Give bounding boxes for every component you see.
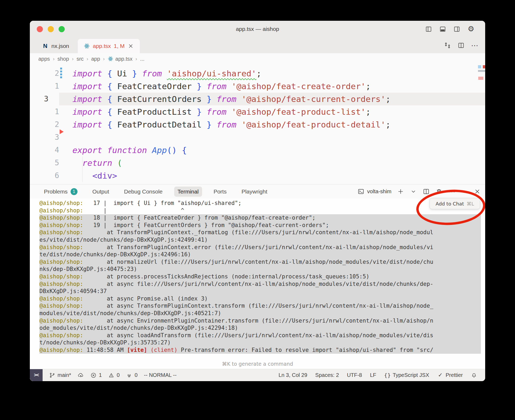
gutter-marker [59, 80, 64, 93]
maximize-window-button[interactable] [59, 26, 65, 32]
gutter-marker [59, 131, 64, 144]
status-vim-mode[interactable]: -- NORMAL -- [144, 372, 177, 378]
code-text: import { Ui } from 'aishop/ui-shared'; [64, 67, 485, 80]
tab-label: app.tsx [93, 43, 111, 49]
status-branch[interactable]: main* [49, 372, 71, 378]
window-title: app.tsx — aishop [30, 26, 485, 32]
breadcrumb-item-apps[interactable]: apps [38, 56, 50, 62]
breadcrumb-label: src [76, 56, 84, 62]
terminal-more-button[interactable]: ⋯ [448, 188, 455, 195]
panel-bottom-button[interactable] [439, 26, 446, 33]
minimize-window-button[interactable] [48, 26, 54, 32]
status-encoding-label: UTF-8 [347, 372, 362, 378]
gutter-marker [59, 157, 64, 169]
panel-tab-output[interactable]: Output [89, 187, 113, 197]
line-number: 2 [30, 118, 59, 131]
terminal-split-editor-button[interactable] [423, 188, 430, 195]
status-language-mode[interactable]: {}TypeScript JSX [384, 372, 429, 378]
code-line[interactable]: 6 <div> [30, 169, 485, 182]
bell-icon [471, 372, 477, 378]
tab-nx.json[interactable]: Nnx.json [36, 39, 75, 53]
terminal-project-prefix: @aishop/shop: [39, 332, 83, 339]
split-editor-button[interactable] [457, 42, 465, 49]
terminal-chevron-up-button[interactable] [461, 188, 468, 195]
tab-app.tsx[interactable]: app.tsx1, M [78, 39, 140, 53]
breadcrumb-label: app.tsx [115, 56, 132, 62]
breadcrumb: apps›shop›src›app›app.tsx›... [30, 53, 485, 64]
code-line[interactable]: 2import { FeatProductDetail } from '@ais… [30, 118, 485, 131]
terminal-row: @aishop/shop: 11:48:58 AM [vite] (client… [39, 347, 481, 354]
breadcrumb-item-app[interactable]: app [91, 56, 100, 62]
breadcrumb-separator: › [87, 56, 88, 62]
code-editor[interactable]: 2import { Ui } from 'aishop/ui-shared';1… [30, 64, 485, 184]
status-formatter-label: Prettier [446, 372, 463, 378]
breadcrumb-item-app.tsx[interactable]: app.tsx [108, 56, 132, 62]
status-ports[interactable]: 0 [126, 372, 137, 378]
add-to-chat-tooltip[interactable]: Add to Chat ⌘L [430, 198, 480, 209]
terminal-row: @aishop/shop: at TransformPluginContext.… [39, 229, 481, 236]
terminal-icon [357, 188, 365, 195]
code-line[interactable]: 4export function App() { [30, 144, 485, 157]
terminal-project-prefix: @aishop/shop: [39, 200, 83, 206]
titlebar: app.tsx — aishop ⚙ [30, 21, 485, 37]
code-line[interactable]: 1import { FeatProductList } from '@aisho… [30, 105, 485, 118]
cloud-upload-icon [77, 372, 84, 378]
status-notifications[interactable] [471, 372, 477, 378]
chevron-down-icon [410, 188, 417, 195]
panel-tab-ports[interactable]: Ports [210, 187, 230, 197]
breadcrumb-item-shop[interactable]: shop [58, 56, 69, 62]
terminal-instance[interactable]: volta-shim [357, 188, 391, 195]
code-line[interactable]: 1import { FeatCreateOrder } from '@aisho… [30, 80, 485, 93]
panel-tab-playwright[interactable]: Playwright [238, 187, 271, 197]
code-line[interactable]: 2import { Ui } from 'aishop/ui-shared'; [30, 67, 485, 80]
terminal-trash-button[interactable] [435, 188, 443, 195]
status-warnings[interactable]: 0 [108, 372, 120, 378]
split-editor-icon [423, 188, 430, 195]
panel-tab-problems[interactable]: Problems1 [40, 186, 81, 197]
status-encoding[interactable]: UTF-8 [347, 372, 362, 378]
terminal-add-button[interactable] [397, 188, 404, 195]
terminal-close-button[interactable] [474, 188, 481, 195]
status-errors[interactable]: 1 [90, 372, 102, 378]
breadcrumb-item-...[interactable]: ... [140, 56, 145, 62]
line-number: 3 [30, 93, 59, 105]
terminal-output[interactable]: @aishop/shop: 17 | import { Ui } from "a… [30, 199, 485, 361]
editor-tab-bar: Nnx.jsonapp.tsx1, M ⋯ [30, 37, 485, 53]
status-eol[interactable]: LF [370, 372, 376, 378]
panel-tab-debug-console[interactable]: Debug Console [121, 187, 166, 197]
code-line[interactable]: 3 [30, 131, 485, 144]
compare-button[interactable] [444, 42, 451, 49]
line-number: 1 [30, 80, 59, 93]
breadcrumb-separator: › [103, 56, 105, 62]
code-line[interactable]: 3import { FeatCurrentOrders } from '@ais… [30, 93, 485, 105]
status-indentation[interactable]: Spaces: 2 [315, 372, 339, 378]
gutter-marker [59, 93, 64, 105]
error-flag-marker [60, 129, 64, 134]
vscode-window: app.tsx — aishop ⚙ Nnx.jsonapp.tsx1, M ⋯… [30, 21, 485, 381]
gear-button[interactable]: ⚙ [467, 26, 475, 33]
status-sync[interactable] [77, 372, 84, 378]
problems-count-badge: 1 [71, 188, 77, 195]
status-cursor-position[interactable]: Ln 3, Col 29 [279, 372, 307, 378]
close-window-button[interactable] [37, 26, 43, 32]
code-line[interactable]: 5 return ( [30, 157, 485, 169]
split-columns-icon [425, 26, 432, 33]
terminal-instance-label: volta-shim [367, 188, 391, 195]
status-formatter[interactable]: ✓Prettier [437, 372, 463, 378]
more-button[interactable]: ⋯ [471, 42, 478, 49]
split-columns-button[interactable] [425, 26, 432, 33]
terminal-chevron-down-button[interactable] [410, 188, 417, 195]
indent-guide [82, 169, 83, 182]
terminal-row: @aishop/shop: at process.processTicksAnd… [39, 273, 481, 281]
status-remote-indicator[interactable]: >< [30, 369, 43, 381]
terminal-project-prefix: @aishop/shop: [39, 318, 83, 324]
panel-tab-terminal[interactable]: Terminal [174, 187, 202, 197]
breadcrumb-item-src[interactable]: src [76, 56, 84, 62]
terminal-row: es/vite/dist/node/chunks/dep-DBxKXgDP.js… [39, 236, 481, 244]
overview-ruler-warning-mark [478, 77, 483, 80]
close-icon[interactable] [128, 43, 134, 49]
overview-ruler-error-mark [483, 65, 485, 68]
terminal-ai-hint: ⌘K to generate a command [30, 361, 485, 369]
sidebar-right-button[interactable] [453, 26, 460, 33]
panel-tab-label: Output [92, 188, 109, 195]
